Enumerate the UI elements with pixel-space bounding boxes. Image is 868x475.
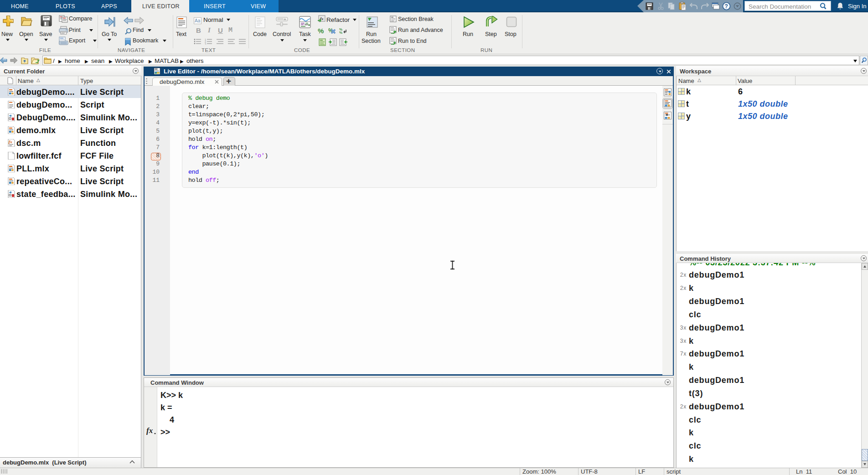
svg-text:fx: fx [9, 139, 12, 144]
svg-text:3: 3 [205, 43, 206, 45]
svg-text:?: ? [725, 3, 728, 10]
svg-text:%: % [318, 27, 324, 34]
svg-text:%: % [339, 31, 342, 34]
svg-text:Aa: Aa [195, 18, 201, 23]
